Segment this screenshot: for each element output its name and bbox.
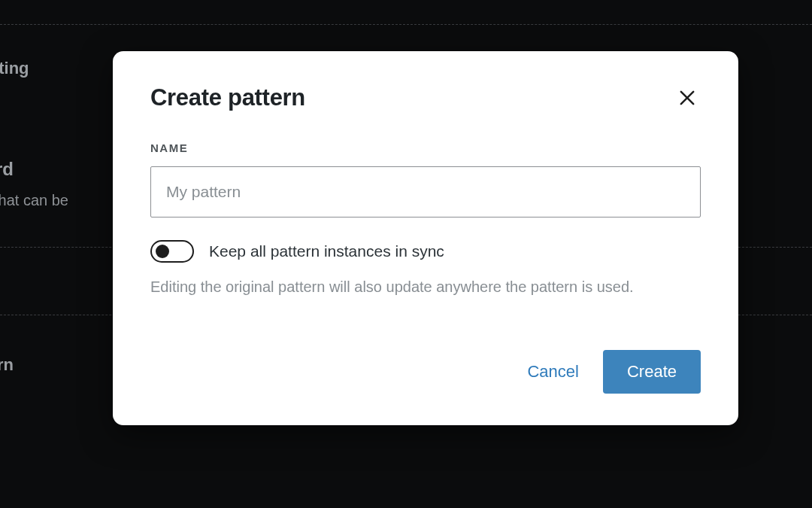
dialog-footer: Cancel Create xyxy=(150,350,701,394)
bg-text-fragment: that can be xyxy=(0,192,68,209)
sync-toggle[interactable] xyxy=(150,240,194,263)
bg-text-fragment: rn xyxy=(0,355,14,375)
bg-divider xyxy=(0,24,812,25)
dialog-header: Create pattern xyxy=(150,84,701,111)
dialog-title: Create pattern xyxy=(150,84,305,111)
cancel-button[interactable]: Cancel xyxy=(524,353,581,391)
close-button[interactable] xyxy=(674,84,701,111)
toggle-knob xyxy=(156,245,169,258)
create-button[interactable]: Create xyxy=(603,350,701,394)
create-pattern-dialog: Create pattern Name Keep all pattern ins… xyxy=(113,51,738,425)
sync-toggle-row: Keep all pattern instances in sync xyxy=(150,240,701,263)
sync-toggle-description: Editing the original pattern will also u… xyxy=(150,276,701,297)
bg-text-fragment: rd xyxy=(0,159,14,180)
bg-text-fragment: sting xyxy=(0,59,29,78)
sync-toggle-label: Keep all pattern instances in sync xyxy=(209,242,444,260)
name-input[interactable] xyxy=(150,166,701,217)
name-field-label: Name xyxy=(150,141,701,154)
close-icon xyxy=(677,87,698,108)
